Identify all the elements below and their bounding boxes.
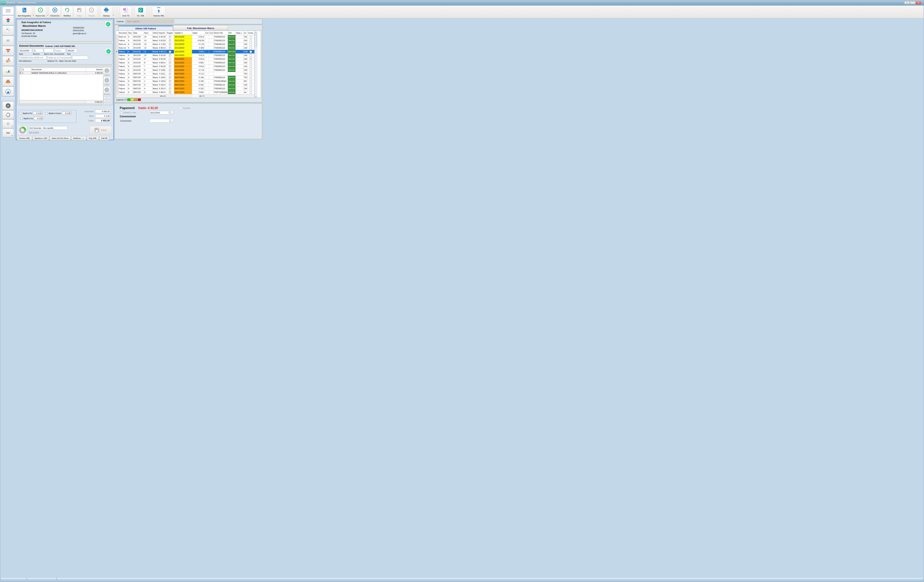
- add-row-button[interactable]: +: [104, 97, 107, 99]
- invoice-row[interactable]: FatturaS09/07/204Massi€ 322,009/07/2020€…: [116, 87, 254, 90]
- notifiche-dropdown-icon[interactable]: ▼: [82, 136, 84, 140]
- invio-ts-button[interactable]: TS Invio TS: [120, 6, 132, 17]
- saldato-date-picker-button[interactable]: ..: [170, 111, 173, 114]
- file-elettronico-input[interactable]: IT08298111009_A0045.xml: [19, 56, 46, 59]
- tab-ultime-100-fatture[interactable]: Ultime 100 Fatture: [118, 25, 173, 31]
- invoice-row[interactable]: FatturaS16/11/206Massi€ 1168,16/11/2020€…: [116, 68, 254, 72]
- conta-checkbox[interactable]: [250, 36, 252, 38]
- importa-xml-button[interactable]: Importa XML: [152, 6, 165, 17]
- genera-xml-button[interactable]: Genera XML: [17, 136, 32, 140]
- invoice-row[interactable]: FatturaS29/12/2014Massi€ 82,0029/12/2020…: [116, 39, 254, 42]
- sidebar-close-button[interactable]: ✕: [2, 101, 14, 110]
- remove-row-button[interactable]: −: [107, 97, 110, 99]
- numero-input[interactable]: 11: [33, 49, 43, 52]
- chiudi-doc-button[interactable]: Chiudi Doc: [49, 6, 61, 17]
- vertical-scrollbar[interactable]: ▲ ▼: [254, 31, 257, 98]
- pagato-checkbox[interactable]: [169, 65, 171, 68]
- conta-checkbox[interactable]: [250, 80, 252, 82]
- conta-checkbox[interactable]: [250, 73, 252, 75]
- invoice-row[interactable]: Nota creS29/12/2015Massi-€ 82,0029/12/20…: [116, 35, 254, 39]
- applica-iva-checkbox[interactable]: [20, 117, 23, 120]
- invoice-row[interactable]: Nota creS22/12/2013Massi-€ 1.20222/12/20…: [116, 42, 254, 46]
- stampa-button[interactable]: Stampa: [101, 6, 112, 17]
- tipo-select[interactable]: SALDO: [67, 49, 78, 52]
- invoice-row[interactable]: FatturaS09/07/201Massi€ 130,809/07/2020€…: [116, 79, 254, 83]
- scroll-up-icon[interactable]: ▲: [255, 31, 257, 34]
- sidebar-item-fatture[interactable]: [2, 26, 14, 35]
- vis-xml-button[interactable]: Vis. XML: [135, 6, 147, 17]
- pagato-checkbox[interactable]: [169, 76, 171, 79]
- pagato-checkbox[interactable]: [169, 43, 171, 45]
- pagato-checkbox[interactable]: [169, 62, 171, 64]
- tab-fatt-cliente[interactable]: Fatt. Massimiano Marco: [173, 25, 228, 31]
- pagato-checkbox[interactable]: [169, 84, 171, 86]
- xml-status-select[interactable]: Xml Generato - Non spedito: [29, 126, 68, 130]
- conta-checkbox[interactable]: [250, 76, 252, 79]
- conta-checkbox[interactable]: [250, 51, 252, 53]
- note-input[interactable]: [72, 56, 88, 59]
- conta-checkbox[interactable]: [250, 62, 252, 64]
- pagato-checkbox[interactable]: [169, 91, 171, 94]
- fatt-pa-button[interactable]: Fatt PA: [99, 136, 109, 140]
- sidebar-item-scadenze[interactable]: 10: [2, 46, 14, 56]
- sidebar-item-agenzia[interactable]: [2, 76, 14, 86]
- pagato-checkbox[interactable]: [169, 80, 171, 82]
- sidebar-menu-button[interactable]: [2, 7, 14, 15]
- invoice-row[interactable]: FatturaS09/07/205Massi€ 332,009/07/2020€…: [116, 83, 254, 87]
- listino-button[interactable]: ✓: [103, 67, 111, 74]
- applica-cassa-checkbox[interactable]: [45, 112, 48, 114]
- sidebar-item-invii[interactable]: [2, 87, 14, 96]
- conta-checkbox[interactable]: [250, 69, 252, 71]
- pagato-checkbox[interactable]: [169, 36, 171, 38]
- sidebar-settings-button[interactable]: ⚙ ▼: [2, 120, 14, 128]
- conta-checkbox[interactable]: [250, 65, 252, 68]
- non-inviare-link[interactable]: Non Inviare: [29, 131, 39, 134]
- apice-input[interactable]: [44, 49, 54, 52]
- anagrafica-confirm-button[interactable]: ✓: [105, 21, 111, 27]
- invoice-row[interactable]: FatturaS18/12/2010Massi€ 92,0018/12/2020…: [116, 53, 254, 57]
- saldato-checkbox[interactable]: [120, 111, 122, 114]
- applica-iva-value[interactable]: € 0,00: [34, 117, 43, 120]
- sidebar-item-listino[interactable]: [2, 56, 14, 66]
- pagato-checkbox[interactable]: [169, 54, 171, 56]
- conta-checkbox[interactable]: [250, 58, 252, 60]
- invoice-row[interactable]: FatturaS09/07/203Massi€ 802,009/07/2020€…: [116, 90, 254, 94]
- cedente-select[interactable]: <tutti i cedenti> ▼: [125, 20, 174, 23]
- invoice-row[interactable]: Nota creS22/12/2012Massi-€ 802,022/12/20…: [116, 46, 254, 50]
- sidebar-item-home[interactable]: [2, 15, 14, 25]
- applica-ra-value[interactable]: € 0,00: [33, 112, 42, 115]
- estremi-confirm-button[interactable]: ✓: [106, 48, 111, 54]
- pagato-checkbox[interactable]: [169, 58, 171, 60]
- move-up-button[interactable]: ˄: [104, 100, 107, 102]
- conta-checkbox[interactable]: [250, 87, 252, 90]
- salva-xml-disco-button[interactable]: Salva Xml Su Disco: [50, 136, 70, 140]
- stampa-dropdown[interactable]: ▼: [112, 6, 115, 17]
- nuovo-doc-dropdown[interactable]: ▼: [46, 6, 49, 17]
- invoice-row[interactable]: FatturaS16/11/207Massi€ 60,0016/11/2020€…: [116, 64, 254, 68]
- invoice-row[interactable]: FatturaS16/11/208Massi€ 802,016/11/2020€…: [116, 61, 254, 64]
- spedisci-sdi-button[interactable]: Spedisci a SDI: [33, 136, 49, 140]
- saldato-date-select[interactable]: 18/12/2020: [150, 111, 170, 114]
- pagato-checkbox[interactable]: [169, 73, 171, 75]
- modifica-button[interactable]: Modifica: [61, 6, 73, 17]
- pagato-checkbox[interactable]: [169, 69, 171, 71]
- acconti-button[interactable]: ✓: [103, 86, 111, 93]
- conta-checkbox[interactable]: [250, 84, 252, 86]
- scroll-down-icon[interactable]: ▼: [255, 95, 257, 98]
- conta-checkbox[interactable]: [250, 47, 252, 49]
- sidebar-exit-button[interactable]: [2, 110, 14, 119]
- data-select[interactable]: 18/12/2020: [19, 49, 32, 52]
- invoice-row[interactable]: FatturaS23/11/209Massi€ 60,0023/11/2020€…: [116, 57, 254, 61]
- invoice-row[interactable]: FatturaS09/07/204Massi€ 3111,09/07/2020€…: [116, 72, 254, 76]
- pagato-checkbox[interactable]: [169, 40, 171, 42]
- pagato-checkbox[interactable]: [169, 87, 171, 90]
- sidebar-item-posta[interactable]: ✉: [2, 36, 14, 45]
- apri-anagrafica-dropdown[interactable]: ▼: [32, 6, 35, 17]
- invoice-row[interactable]: ▶FatturaS18/12/2011Massi€ 802,018/12/202…: [116, 50, 254, 53]
- conta-checkbox[interactable]: [250, 91, 252, 94]
- convenzione-input[interactable]: [150, 119, 170, 122]
- scroll-thumb[interactable]: [255, 34, 257, 47]
- documento-select[interactable]: Fattura: [54, 49, 66, 52]
- apri-anagrafica-button[interactable]: Apri Anagrafica: [16, 6, 32, 17]
- sidebar-item-statistiche[interactable]: [2, 66, 14, 76]
